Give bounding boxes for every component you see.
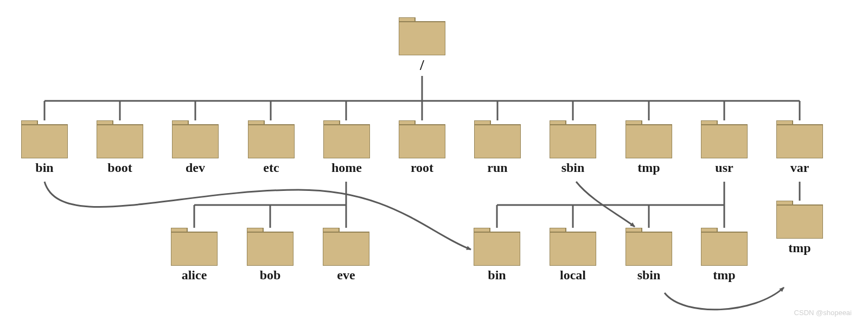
folder-label: boot (97, 161, 143, 175)
folder-sbin: sbin (550, 120, 596, 161)
folder-icon (399, 17, 445, 55)
folder-label: / (399, 56, 445, 74)
folder-icon (474, 228, 520, 266)
folder-usr_sbin: sbin (626, 228, 672, 268)
folder-icon (626, 120, 672, 158)
folder-icon (474, 120, 521, 158)
folder-icon (248, 120, 295, 158)
folder-usr_tmp: tmp (701, 228, 748, 268)
folder-label: bob (247, 268, 293, 283)
folder-var_tmp: tmp (776, 201, 823, 241)
folder-label: eve (323, 268, 369, 283)
folder-dev: dev (172, 120, 219, 161)
folder-boot: boot (97, 120, 143, 161)
folder-icon (247, 228, 293, 266)
folder-icon (21, 120, 68, 158)
folder-icon (776, 120, 823, 158)
folder-run: run (474, 120, 521, 161)
folder-label: sbin (550, 161, 596, 175)
folder-label: bin (474, 268, 520, 283)
folder-icon (701, 228, 748, 266)
folder-label: etc (248, 161, 295, 175)
folder-bin: bin (21, 120, 68, 161)
folder-tmp: tmp (626, 120, 672, 161)
folder-eve: eve (323, 228, 369, 268)
folder-icon (172, 120, 219, 158)
folder-root: / (399, 17, 445, 57)
folder-root: root (399, 120, 445, 161)
folder-label: root (399, 161, 445, 175)
folder-label: alice (171, 268, 218, 283)
folder-label: bin (21, 161, 68, 175)
folder-alice: alice (171, 228, 218, 268)
folder-label: tmp (701, 268, 748, 283)
folder-icon (701, 120, 748, 158)
folder-usr: usr (701, 120, 748, 161)
folder-icon (171, 228, 218, 266)
folder-icon (550, 120, 596, 158)
folder-home: home (323, 120, 370, 161)
folder-label: usr (701, 161, 748, 175)
folder-label: var (776, 161, 823, 175)
watermark: CSDN @shopeeai (794, 309, 852, 317)
folder-icon (399, 120, 445, 158)
folder-usr_bin: bin (474, 228, 520, 268)
folder-var: var (776, 120, 823, 161)
folder-icon (323, 228, 369, 266)
folder-label: home (323, 161, 370, 175)
folder-usr_local: local (550, 228, 596, 268)
folder-label: run (474, 161, 521, 175)
folder-etc: etc (248, 120, 295, 161)
folder-label: tmp (776, 241, 823, 255)
folder-icon (97, 120, 143, 158)
folder-label: sbin (626, 268, 672, 283)
folder-icon (323, 120, 370, 158)
folder-icon (550, 228, 596, 266)
folder-bob: bob (247, 228, 293, 268)
folder-label: dev (172, 161, 219, 175)
folder-label: local (550, 268, 596, 283)
folder-icon (776, 201, 823, 239)
folder-label: tmp (626, 161, 672, 175)
folder-icon (626, 228, 672, 266)
symlink-tmp-to-var-tmp (665, 287, 784, 310)
